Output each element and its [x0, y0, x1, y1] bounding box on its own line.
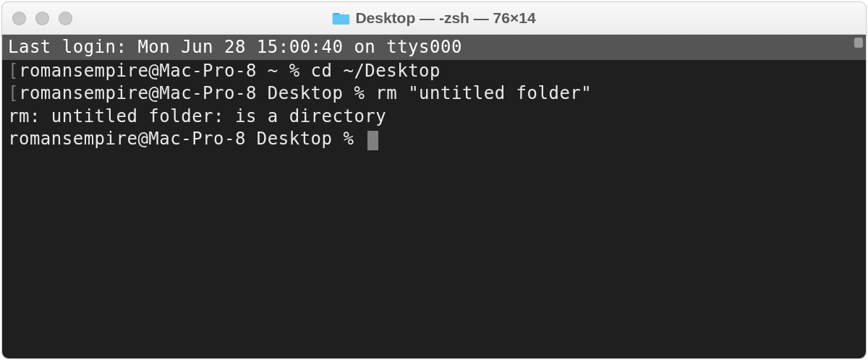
traffic-lights [12, 12, 72, 25]
cursor [367, 131, 378, 150]
window-title-text: Desktop — -zsh — 76×14 [355, 9, 535, 27]
window-title: Desktop — -zsh — 76×14 [332, 9, 535, 27]
terminal-window: Desktop — -zsh — 76×14 Last login: Mon J… [1, 1, 867, 359]
close-button[interactable] [12, 12, 26, 25]
terminal-body[interactable]: Last login: Mon Jun 28 15:00:40 on ttys0… [2, 35, 866, 358]
term-line-4: romansempire@Mac-Pro-8 Desktop % [2, 128, 866, 150]
command: rm "untitled folder" [375, 83, 592, 103]
folder-icon [332, 11, 349, 25]
minimize-button[interactable] [35, 12, 49, 25]
prompt: romansempire@Mac-Pro-8 ~ % [19, 61, 311, 81]
output: rm: untitled folder: is a directory [8, 106, 386, 126]
titlebar[interactable]: Desktop — -zsh — 76×14 [2, 2, 866, 35]
prompt: romansempire@Mac-Pro-8 Desktop % [8, 129, 365, 149]
term-line-2: [romansempire@Mac-Pro-8 Desktop % rm "un… [2, 82, 866, 105]
maximize-button[interactable] [59, 12, 72, 25]
term-line-3: rm: untitled folder: is a directory [2, 105, 866, 128]
scrollbar-thumb[interactable] [854, 38, 863, 48]
term-line-1: [romansempire@Mac-Pro-8 ~ % cd ~/Desktop [2, 60, 866, 82]
command: cd ~/Desktop [311, 61, 441, 81]
prompt: romansempire@Mac-Pro-8 Desktop % [19, 83, 375, 103]
login-line: Last login: Mon Jun 28 15:00:40 on ttys0… [2, 35, 866, 60]
